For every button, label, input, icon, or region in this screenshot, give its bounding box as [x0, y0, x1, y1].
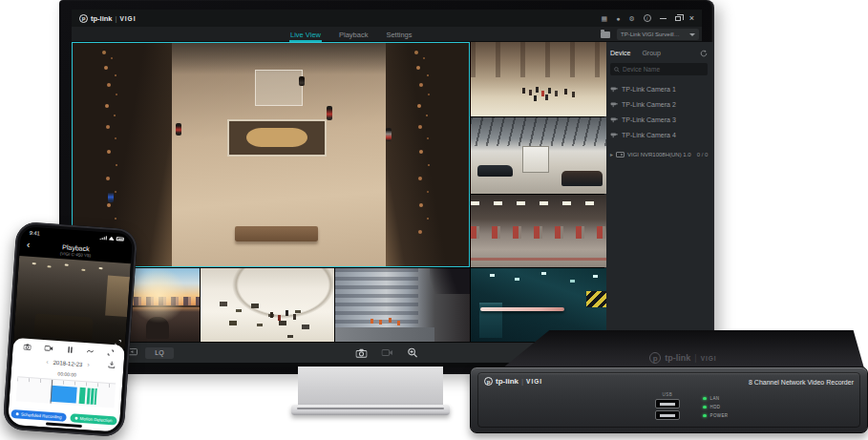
- nav-bar: Live View Playback Settings TP-Link VIGI…: [72, 27, 702, 42]
- pause-icon[interactable]: [67, 346, 73, 352]
- restore-button[interactable]: [675, 16, 681, 21]
- digital-zoom-icon[interactable]: [408, 347, 418, 358]
- camera-tile-white-gallery[interactable]: [201, 268, 334, 344]
- monitor-stand-base: [291, 405, 450, 415]
- monitor: p tp-link | VIGI ▦ ● ⚙ i × Liv: [59, 0, 714, 374]
- phone-screen: 9:41 ‹ Playback (VIGI C-450 V5): [8, 226, 133, 432]
- timeline-ruler[interactable]: [16, 376, 116, 408]
- camera-tile-parking-garage[interactable]: [471, 195, 606, 267]
- snapshot-camera-icon[interactable]: [356, 348, 368, 358]
- usb-port-icon[interactable]: [655, 410, 680, 420]
- nvr-front-panel: p tp-link | VIGI 8 Channel Network Video…: [470, 367, 868, 433]
- search-icon: [614, 67, 620, 73]
- nvr-icon: [616, 152, 625, 157]
- layout-grid-icon[interactable]: ▦: [602, 15, 608, 22]
- search-input[interactable]: [623, 66, 689, 73]
- camera-tile-atrium[interactable]: [471, 42, 606, 116]
- main-tabs: Live View Playback Settings: [289, 27, 413, 42]
- live-view-grid: [72, 42, 604, 342]
- tab-playback[interactable]: Playback: [338, 31, 369, 39]
- alarm-icon[interactable]: ●: [616, 15, 620, 22]
- snapshot-icon[interactable]: [23, 343, 31, 350]
- device-item-nvr[interactable]: ▸ VIGI NVR1008H(UN) 1.0 0 / 0: [610, 151, 708, 157]
- device-sidebar: Device Group TP-Link Camera 1: [604, 42, 713, 342]
- legend-scheduled-recording[interactable]: Scheduled Recording: [11, 409, 67, 422]
- battery-icon: [116, 237, 124, 241]
- motion-detection-bar: [78, 388, 85, 404]
- playback-date[interactable]: 2018-12-23: [53, 359, 82, 367]
- camera-tile-warehouse[interactable]: [471, 117, 606, 194]
- playback-video[interactable]: [13, 256, 131, 349]
- next-day-icon[interactable]: ›: [87, 361, 90, 367]
- account-dropdown[interactable]: TP-Link VIGI Surveill…: [617, 29, 699, 40]
- nvr-label: VIGI NVR1008H(UN) 1.0: [627, 152, 691, 157]
- minimize-button[interactable]: [660, 18, 667, 19]
- device-search[interactable]: [610, 63, 708, 75]
- speed-icon[interactable]: [86, 347, 94, 355]
- chevron-down-icon: [689, 33, 695, 36]
- tab-live-view[interactable]: Live View: [289, 31, 322, 39]
- record-camcorder-icon[interactable]: [382, 348, 393, 357]
- download-icon[interactable]: [108, 361, 116, 368]
- expand-caret-icon[interactable]: ▸: [610, 151, 613, 157]
- nvr-channel-count: 0 / 0: [697, 152, 709, 157]
- nvr-product-label: 8 Channel Network Video Recorder: [749, 379, 854, 386]
- status-time: 9:41: [30, 230, 40, 237]
- brand-name: tp-link: [91, 14, 113, 23]
- camera-icon: [610, 86, 618, 93]
- tab-settings[interactable]: Settings: [385, 31, 413, 39]
- stream-quality-button[interactable]: LQ: [145, 347, 174, 359]
- nvr-device: p tp-link | VIGI p tp-link | VIGI 8 Chan…: [470, 330, 868, 437]
- playback-panel: ‹ 2018-12-23 › 00:00:00: [8, 338, 125, 432]
- tp-link-logo-icon: p: [79, 14, 88, 23]
- nvr-top-brand: p tp-link | VIGI: [649, 352, 716, 364]
- clock-icon: [16, 412, 19, 415]
- nvr-top-surface: p tp-link | VIGI: [502, 330, 864, 368]
- camera-tile-main-museum[interactable]: [72, 42, 470, 267]
- info-icon[interactable]: i: [644, 14, 651, 22]
- device-item-camera-1[interactable]: TP-Link Camera 1: [610, 81, 708, 96]
- device-item-camera-2[interactable]: TP-Link Camera 2: [610, 96, 708, 112]
- nvr-panel-brand: p tp-link | VIGI: [484, 377, 542, 386]
- brand-divider: |: [116, 14, 117, 23]
- back-chevron-icon[interactable]: ‹: [27, 240, 31, 250]
- account-dropdown-label: TP-Link VIGI Surveill…: [621, 31, 680, 37]
- camera-tile-city-street[interactable]: [335, 268, 470, 344]
- close-button[interactable]: ×: [689, 13, 694, 23]
- fullscreen-icon[interactable]: [107, 348, 114, 355]
- signal-icon: [99, 236, 106, 240]
- playback-subtitle: (VIGI C-450 V5): [60, 251, 92, 258]
- app-brand: p tp-link | VIGI: [79, 14, 136, 23]
- usb-port-icon[interactable]: [655, 399, 680, 409]
- vigi-app-window: p tp-link | VIGI ▦ ● ⚙ i × Liv: [72, 10, 702, 367]
- nvr-usb-ports: USB: [655, 392, 680, 420]
- scene: p tp-link | VIGI ▦ ● ⚙ i × Liv: [0, 0, 868, 440]
- record-icon[interactable]: [45, 345, 53, 352]
- camera-icon: [610, 101, 618, 108]
- motion-detection-bar: [95, 388, 97, 405]
- led-lan-icon: [703, 397, 707, 401]
- device-item-camera-3[interactable]: TP-Link Camera 3: [610, 112, 708, 127]
- led-hdd-icon: [703, 406, 707, 409]
- sidebar-tab-group[interactable]: Group: [642, 50, 660, 56]
- prev-day-icon[interactable]: ‹: [46, 358, 49, 365]
- camera-icon: [610, 116, 618, 123]
- smartphone: 9:41 ‹ Playback (VIGI C-450 V5): [3, 221, 138, 437]
- led-power-icon: [703, 414, 707, 418]
- tp-link-logo-icon: p: [484, 377, 493, 386]
- refresh-icon[interactable]: [700, 50, 708, 57]
- sidebar-tab-device[interactable]: Device: [610, 50, 630, 56]
- tp-link-logo-icon: p: [649, 352, 661, 364]
- motion-icon: [75, 417, 78, 420]
- folder-icon[interactable]: [601, 31, 610, 38]
- device-item-camera-4[interactable]: TP-Link Camera 4: [610, 127, 708, 142]
- settings-gear-icon[interactable]: ⚙: [628, 15, 634, 22]
- nvr-status-leds: LAN HDD POWER: [703, 396, 729, 418]
- camera-icon: [610, 132, 618, 138]
- usb-label: USB: [663, 392, 673, 397]
- playback-timeline[interactable]: 00:00:00: [9, 366, 123, 415]
- scheduled-recording-bar: [51, 386, 77, 404]
- titlebar: p tp-link | VIGI ▦ ● ⚙ i ×: [72, 10, 702, 27]
- monitor-stand: [298, 367, 443, 407]
- wifi-icon: [109, 237, 115, 241]
